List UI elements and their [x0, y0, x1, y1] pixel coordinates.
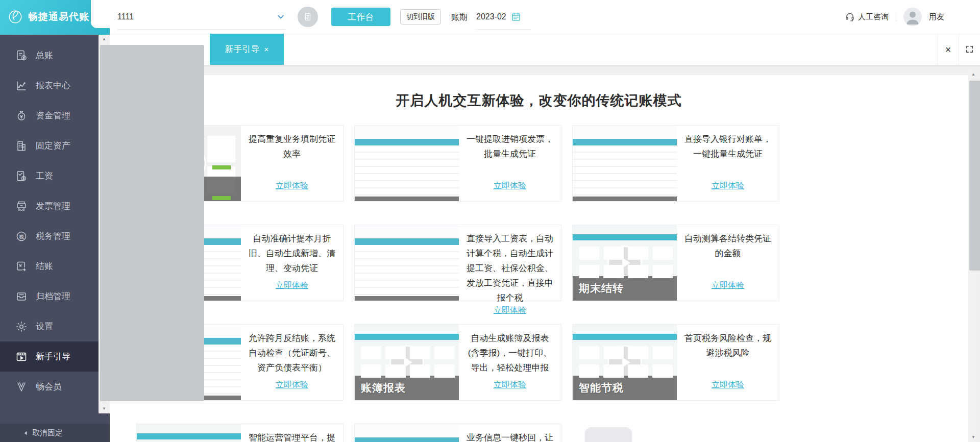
sidebar-item-归档管理[interactable]: 归档管理 [0, 281, 110, 311]
experience-link[interactable]: 立即体验 [276, 380, 308, 390]
card-title-overlay: 发票管理 [355, 177, 459, 201]
play-icon[interactable] [389, 245, 424, 280]
calendar-icon[interactable] [511, 12, 521, 22]
play-icon[interactable] [607, 146, 642, 181]
avatar[interactable] [903, 8, 922, 26]
guide-card-日记账: 日记账 直接导入银行对账单，一键批量生成凭证 立即体验 [572, 125, 779, 202]
sidebar-item-结账[interactable]: 结账 [0, 251, 110, 281]
guide-card-工资: 工资 直接导入工资表，自动计算个税，自动生成计提工资、社保公积金、发放工资凭证，… [354, 225, 561, 301]
tab-actions: × [937, 34, 980, 65]
card-description-panel: 自动测算各结转类凭证的金额 立即体验 [677, 225, 779, 301]
fullscreen-button[interactable] [959, 34, 980, 65]
support-link[interactable]: 人工咨询 [845, 12, 889, 22]
card-title-overlay: 日记账 [573, 177, 677, 201]
content-scrollbar[interactable]: ▲ ▼ [968, 69, 979, 442]
video-thumbnail[interactable]: 期末结转 [573, 225, 677, 301]
invoice-icon [15, 200, 28, 212]
sidebar-item-税务管理[interactable]: 税 税务管理 [0, 221, 110, 251]
chevron-down-icon [277, 13, 285, 21]
app-window: 1111 工作台 切到旧版 账期 2023-02 人工咨询 用友 [0, 0, 980, 442]
tax-icon: 税 [15, 230, 28, 242]
user-icon [903, 8, 922, 26]
brand-logo: 畅捷通易代账 [0, 0, 110, 35]
card-description: 业务信息一键秒回，让客 [465, 430, 554, 442]
sidebar-item-label: 固定资产 [36, 140, 70, 152]
experience-link[interactable]: 立即体验 [494, 380, 526, 390]
workbench-button[interactable]: 工作台 [331, 8, 390, 26]
video-thumbnail[interactable]: 工资 [355, 225, 459, 301]
sidebar-item-畅会员[interactable]: 畅会员 [0, 372, 110, 402]
tab-close-icon[interactable]: × [264, 45, 268, 54]
scroll-down-arrow-icon[interactable]: ▼ [99, 403, 110, 413]
experience-link[interactable]: 立即体验 [276, 181, 308, 191]
sidebar-item-报表中心[interactable]: 报表中心 [0, 70, 110, 101]
scroll-down-arrow-icon[interactable]: ▼ [968, 432, 979, 442]
sidebar-item-工资[interactable]: 工资 [0, 161, 110, 191]
play-icon[interactable] [389, 345, 424, 380]
sidebar-item-新手引导[interactable]: 新手引导 [0, 341, 110, 372]
header: 1111 工作台 切到旧版 账期 2023-02 人工咨询 用友 [0, 0, 980, 34]
sidebar-scrollbar-thumb[interactable] [100, 45, 204, 401]
main-panel: 开启人机交互新体验，改变你的传统记账模式 凭证模板 提高重复业务填制凭证效率 立… [110, 75, 968, 442]
period-label: 账期 [451, 12, 468, 23]
period-value: 2023-02 [476, 12, 506, 21]
scroll-up-arrow-icon[interactable]: ▲ [968, 69, 979, 79]
content-scrollbar-thumb[interactable] [969, 81, 980, 271]
experience-link[interactable]: 立即体验 [494, 181, 526, 191]
scroll-up-arrow-icon[interactable]: ▲ [99, 34, 110, 44]
sidebar-item-label: 总账 [36, 50, 53, 61]
video-thumbnail[interactable]: 日记账 [573, 126, 677, 201]
play-icon[interactable] [607, 345, 642, 380]
period-picker[interactable]: 2023-02 [476, 4, 531, 30]
unpin-label: 取消固定 [32, 428, 63, 438]
report-center-icon [15, 80, 28, 92]
experience-link[interactable]: 立即体验 [712, 181, 744, 191]
header-right: 人工咨询 用友 [845, 0, 944, 34]
card-description-panel: 首页税务风险检查，规避涉税风险 立即体验 [677, 325, 779, 400]
tab-bar: 首页 畅会员 × 新手引导 × × [110, 34, 980, 65]
experience-link[interactable]: 立即体验 [494, 305, 526, 316]
close-all-tabs-button[interactable]: × [937, 34, 959, 65]
page-title: 开启人机交互新体验，改变你的传统记账模式 [110, 91, 968, 110]
sidebar-item-发票管理[interactable]: 发票管理 [0, 191, 110, 221]
sidebar-item-总账[interactable]: 总账 [0, 40, 110, 70]
card-title-overlay: 工资 [355, 276, 459, 301]
card-description: 一键提取进销项发票，批量生成凭证 [465, 132, 554, 161]
account-select[interactable]: 1111 [117, 4, 285, 30]
video-thumbnail[interactable]: 账簿报表 [355, 325, 459, 400]
guide-card-账簿报表: 账簿报表 自动生成账簿及报表(含季报)，一键打印、导出，轻松处理申报 立即体验 [354, 324, 561, 401]
card-description-panel: 一键提取进销项发票，批量生成凭证 立即体验 [459, 126, 561, 201]
play-icon[interactable] [607, 245, 642, 280]
video-thumbnail[interactable]: 智能节税 [573, 325, 677, 400]
video-thumbnail[interactable]: 发票管理 [355, 126, 459, 201]
switch-old-version-button[interactable]: 切到旧版 [400, 9, 441, 24]
video-thumbnail[interactable] [355, 424, 459, 442]
card-description-panel: 直接导入银行对账单，一键批量生成凭证 立即体验 [677, 126, 779, 201]
closing-icon [15, 260, 28, 273]
sidebar-item-固定资产[interactable]: 固定资产 [0, 131, 110, 161]
card-description-panel: 智能运营管理平台，提升 [241, 424, 343, 442]
brand: 畅捷通易代账 [6, 0, 89, 34]
user-name[interactable]: 用友 [929, 12, 944, 22]
sidebar-scrollbar[interactable]: ▲ ▼ [99, 34, 110, 413]
play-icon[interactable] [389, 146, 424, 181]
headset-icon [845, 12, 855, 22]
sidebar-item-设置[interactable]: 设置 [0, 311, 110, 341]
unpin-button[interactable]: 取消固定 [0, 424, 110, 442]
tab-新手引导[interactable]: 新手引导 × [210, 34, 284, 65]
guide-card-智能节税: 智能节税 首页税务风险检查，规避涉税风险 立即体验 [572, 324, 779, 401]
experience-link[interactable]: 立即体验 [276, 280, 308, 291]
sidebar-item-资金管理[interactable]: 资金管理 [0, 101, 110, 131]
experience-link[interactable]: 立即体验 [712, 280, 744, 291]
video-thumbnail[interactable] [137, 424, 241, 442]
experience-link[interactable]: 立即体验 [712, 380, 744, 390]
settings-icon [15, 321, 28, 333]
funds-icon [15, 110, 28, 122]
sidebar-item-label: 设置 [36, 321, 53, 332]
sidebar: 总账 报表中心 资金管理 固定资产 工资 发票管理 税 税务管理 结账 归档管理… [0, 34, 110, 442]
card-description: 自动准确计提本月折旧、自动生成新增、清理、变动凭证 [248, 231, 336, 276]
notes-clipboard-icon[interactable] [298, 7, 318, 27]
close-icon: × [945, 44, 951, 55]
card-description-panel: 自动准确计提本月折旧、自动生成新增、清理、变动凭证 立即体验 [241, 225, 343, 301]
card-description-panel: 提高重复业务填制凭证效率 立即体验 [241, 126, 343, 201]
